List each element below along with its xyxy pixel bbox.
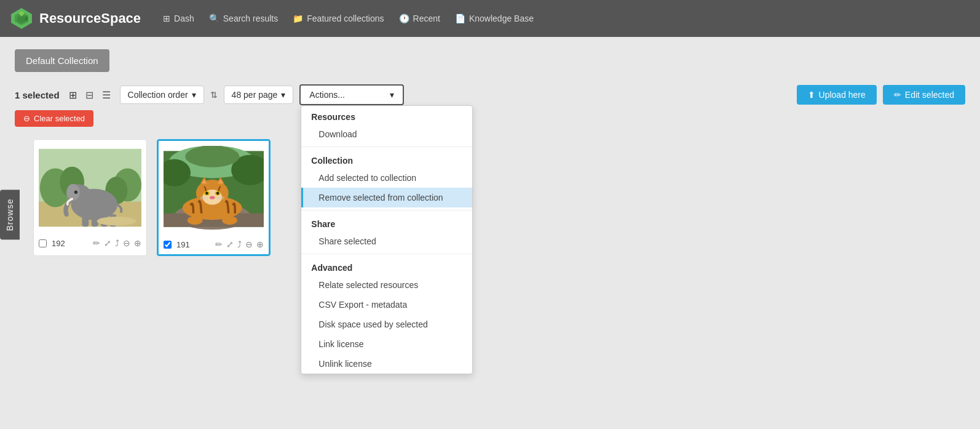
svg-point-18 <box>74 191 77 194</box>
actions-label: Actions... <box>309 90 345 100</box>
clear-selected-button[interactable]: ⊖ Clear selected <box>15 110 93 127</box>
app-name: ResourceSpace <box>39 10 141 26</box>
svg-point-24 <box>185 146 239 167</box>
default-collection-button[interactable]: Default Collection <box>15 49 109 72</box>
divider-3 <box>301 254 472 254</box>
svg-point-43 <box>188 216 203 225</box>
relate-resources-item[interactable]: Relate selected resources <box>301 275 472 295</box>
nav-knowledge-base[interactable]: 📄 Knowledge Base <box>455 14 534 23</box>
minus-icon-191[interactable]: ⊖ <box>245 239 253 249</box>
browse-tab[interactable]: Browse <box>0 190 20 239</box>
nav-dash-label: Dash <box>174 14 194 23</box>
sort-direction-icon[interactable]: ⇅ <box>210 90 218 100</box>
upload-icon: ⬆ <box>808 90 815 100</box>
folder-icon: 📁 <box>293 14 303 23</box>
search-icon: 🔍 <box>209 14 219 23</box>
list-view-button[interactable]: ☰ <box>99 87 114 103</box>
top-navigation: ResourceSpace ⊞ Dash 🔍 Search results 📁 … <box>0 0 980 37</box>
actions-chevron-icon: ▾ <box>390 90 394 100</box>
resource-card-192: 192 ✏ ⤢ ⤴ ⊖ ⊕ <box>33 139 147 256</box>
download-item[interactable]: Download <box>301 124 472 144</box>
share-icon-192[interactable]: ⤴ <box>115 238 119 248</box>
toolbar-row: 1 selected ⊞ ⊟ ☰ Collection order ▾ ⇅ 48… <box>15 84 965 105</box>
svg-rect-14 <box>82 214 89 227</box>
resource-card-191: 191 ✏ ⤢ ⤴ ⊖ ⊕ <box>157 139 271 256</box>
share-selected-item[interactable]: Share selected <box>301 231 472 251</box>
nav-dash[interactable]: ⊞ Dash <box>163 14 194 23</box>
actions-dropdown[interactable]: Actions... ▾ Resources Download Collecti… <box>299 84 404 105</box>
section-advanced-header: Advanced <box>301 257 472 275</box>
svg-point-37 <box>216 192 219 194</box>
per-page-dropdown[interactable]: 48 per page ▾ <box>224 86 294 104</box>
selected-count: 1 selected <box>15 90 60 100</box>
logo-area[interactable]: ResourceSpace <box>10 7 141 30</box>
nav-featured-label: Featured collections <box>307 14 384 23</box>
grid-view-button[interactable]: ⊞ <box>66 87 80 103</box>
collection-order-label: Collection order <box>128 90 188 100</box>
book-icon: 📄 <box>455 14 465 23</box>
grid-small-view-button[interactable]: ⊟ <box>82 87 97 103</box>
unlink-license-item[interactable]: Unlink license <box>301 354 472 374</box>
per-page-chevron-icon: ▾ <box>281 90 285 100</box>
svg-point-38 <box>210 196 215 199</box>
section-collection-header: Collection <box>301 150 472 168</box>
edit-selected-button[interactable]: ✏ Edit selected <box>883 85 965 105</box>
content-area: Default Collection 1 selected ⊞ ⊟ ☰ Coll… <box>0 37 980 268</box>
edit-icon-191[interactable]: ✏ <box>215 239 223 249</box>
plus-icon-192[interactable]: ⊕ <box>134 238 141 248</box>
svg-rect-15 <box>92 214 98 227</box>
link-license-item[interactable]: Link license <box>301 334 472 354</box>
card-checkbox-191[interactable] <box>164 241 172 249</box>
nav-knowledge-label: Knowledge Base <box>469 14 534 23</box>
share-icon-191[interactable]: ⤴ <box>237 239 242 249</box>
card-checkbox-192[interactable] <box>39 239 47 247</box>
section-share-header: Share <box>301 213 472 231</box>
add-to-collection-item[interactable]: Add selected to collection <box>301 168 472 188</box>
collection-order-dropdown[interactable]: Collection order ▾ <box>120 86 204 104</box>
dash-icon: ⊞ <box>163 14 170 23</box>
nav-search-results[interactable]: 🔍 Search results <box>209 14 278 23</box>
image-grid: 192 ✏ ⤢ ⤴ ⊖ ⊕ <box>15 139 965 256</box>
plus-icon-191[interactable]: ⊕ <box>256 239 264 249</box>
card-id-191: 191 <box>176 240 213 249</box>
chevron-down-icon: ▾ <box>192 90 196 100</box>
clock-icon: 🕐 <box>399 14 409 23</box>
card-action-icons-191: ✏ ⤢ ⤴ ⊖ ⊕ <box>215 239 264 249</box>
tiger-image <box>164 146 264 232</box>
divider-1 <box>301 146 472 147</box>
card-id-192: 192 <box>52 239 90 248</box>
disk-space-item[interactable]: Disk space used by selected <box>301 315 472 334</box>
remove-from-collection-item[interactable]: Remove selected from collection <box>301 188 472 207</box>
nav-recent[interactable]: 🕐 Recent <box>399 14 440 23</box>
toolbar-left: 1 selected ⊞ ⊟ ☰ Collection order ▾ ⇅ 48… <box>15 84 789 105</box>
nav-recent-label: Recent <box>413 14 440 23</box>
svg-point-36 <box>205 192 208 194</box>
elephant-image <box>39 145 141 231</box>
section-resources-header: Resources <box>301 106 472 124</box>
minus-icon-192[interactable]: ⊖ <box>123 238 130 248</box>
clear-row: ⊖ Clear selected <box>15 110 965 127</box>
nav-search-label: Search results <box>223 14 278 23</box>
card-footer-192: 192 ✏ ⤢ ⤴ ⊖ ⊕ <box>39 238 141 248</box>
logo-icon <box>10 7 33 30</box>
divider-2 <box>301 210 472 210</box>
upload-here-button[interactable]: ⬆ Upload here <box>797 85 877 105</box>
view-icons: ⊞ ⊟ ☰ <box>66 87 114 103</box>
pencil-icon: ✏ <box>894 90 901 100</box>
expand-icon-191[interactable]: ⤢ <box>226 239 234 249</box>
per-page-label: 48 per page <box>232 90 278 100</box>
toolbar-right: ⬆ Upload here ✏ Edit selected <box>797 85 965 105</box>
card-action-icons-192: ✏ ⤢ ⤴ ⊖ ⊕ <box>93 238 141 248</box>
svg-point-13 <box>66 184 80 201</box>
svg-point-44 <box>222 216 237 225</box>
nav-featured-collections[interactable]: 📁 Featured collections <box>293 14 384 23</box>
card-footer-191: 191 ✏ ⤢ ⤴ ⊖ ⊕ <box>164 239 264 249</box>
csv-export-item[interactable]: CSV Export - metadata <box>301 295 472 315</box>
edit-icon-192[interactable]: ✏ <box>93 238 100 248</box>
expand-icon-192[interactable]: ⤢ <box>104 238 111 248</box>
actions-menu: Resources Download Collection Add select… <box>301 105 473 374</box>
remove-circle-icon: ⊖ <box>23 114 30 123</box>
svg-point-19 <box>97 217 136 225</box>
